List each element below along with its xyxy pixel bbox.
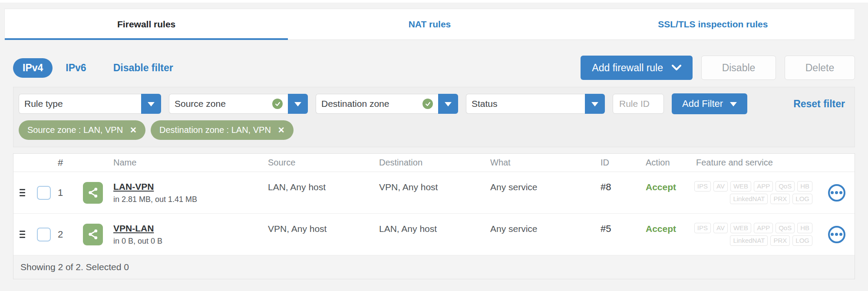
drag-handle-icon[interactable]	[20, 189, 25, 196]
destination-zone-dropdown-button[interactable]	[438, 94, 458, 114]
toolbar-actions: Add firewall rule Disable Delete	[581, 56, 855, 80]
header-action: Action	[644, 158, 696, 168]
tab-bar: Firewall rules NAT rules SSL/TLS inspect…	[4, 9, 855, 40]
badge-log: LOG	[792, 194, 812, 204]
rule-id-input[interactable]	[613, 94, 664, 114]
rule-source: LAN, Any host	[268, 182, 379, 192]
header-feature-and-service: Feature and service	[696, 158, 818, 168]
tab-ssl-tls-inspection-rules-label: SSL/TLS inspection rules	[658, 19, 768, 30]
badge-hb: HB	[797, 223, 812, 233]
more-actions-icon[interactable]	[828, 226, 845, 243]
chevron-down-icon	[730, 102, 737, 110]
share-icon	[83, 224, 103, 245]
rule-type-dropdown[interactable]: Rule type	[19, 94, 161, 114]
disable-button[interactable]: Disable	[701, 56, 776, 80]
badge-log: LOG	[792, 235, 812, 246]
rule-name-link[interactable]: VPN-LAN	[113, 223, 154, 234]
top-strip	[0, 0, 868, 3]
badge-app: APP	[754, 181, 773, 192]
status-label: Status	[472, 99, 498, 109]
chevron-down-icon	[672, 65, 681, 71]
badge-av: AV	[713, 223, 728, 233]
add-filter-button[interactable]: Add Filter	[672, 93, 747, 114]
rule-what: Any service	[490, 224, 597, 234]
row-number: 1	[57, 187, 83, 198]
drag-handle-icon[interactable]	[20, 231, 25, 238]
badge-qos: QoS	[776, 181, 795, 192]
badge-web: WEB	[730, 181, 751, 192]
rule-type-label: Rule type	[24, 99, 63, 109]
badge-app: APP	[754, 223, 773, 233]
destination-zone-field[interactable]: Destination zone	[316, 94, 438, 114]
filter-panel: Rule type Source zone Destination zone	[13, 87, 855, 147]
badge-ips: IPS	[694, 223, 711, 233]
badge-prx: PRX	[770, 235, 790, 246]
source-zone-field[interactable]: Source zone	[169, 94, 288, 114]
badge-av: AV	[713, 181, 728, 192]
tab-nat-rules-label: NAT rules	[409, 19, 451, 30]
source-zone-dropdown-button[interactable]	[288, 94, 308, 114]
badge-hb: HB	[797, 181, 812, 192]
active-filter-chips: Source zone : LAN, VPN ✕ Destination zon…	[13, 119, 855, 147]
rule-id: #5	[597, 223, 644, 235]
rule-id: #8	[597, 182, 644, 193]
header-id: ID	[597, 158, 644, 168]
ipv4-toggle[interactable]: IPv4	[13, 58, 53, 78]
tab-nat-rules[interactable]: NAT rules	[288, 9, 571, 40]
rule-type-field[interactable]: Rule type	[19, 94, 141, 114]
badge-prx: PRX	[770, 194, 790, 204]
chevron-down-icon	[445, 102, 452, 110]
firewall-rules-table: # Name Source Destination What ID Action…	[13, 153, 855, 279]
header-source: Source	[268, 158, 379, 168]
status-dropdown-button[interactable]	[585, 94, 605, 114]
showing-count-text: Showing 2 of 2. Selected 0	[20, 262, 129, 272]
table-header: # Name Source Destination What ID Action…	[13, 154, 855, 172]
filter-chip-label: Destination zone : LAN, VPN	[159, 125, 271, 135]
header-destination: Destination	[379, 158, 490, 168]
more-actions-icon[interactable]	[828, 184, 845, 202]
add-filter-label: Add Filter	[682, 98, 723, 109]
rule-type-dropdown-button[interactable]	[141, 94, 161, 114]
rule-source: VPN, Any host	[268, 224, 379, 234]
chevron-down-icon	[294, 102, 301, 110]
add-firewall-rule-button[interactable]: Add firewall rule	[581, 56, 693, 80]
tab-firewall-rules-label: Firewall rules	[117, 19, 175, 30]
tab-ssl-tls-inspection-rules[interactable]: SSL/TLS inspection rules	[571, 9, 855, 40]
toolbar: IPv4 IPv6 Disable filter Add firewall ru…	[13, 55, 855, 81]
remove-chip-icon[interactable]: ✕	[130, 126, 137, 134]
row-checkbox[interactable]	[37, 186, 51, 200]
header-what: What	[490, 158, 597, 168]
source-zone-label: Source zone	[175, 99, 226, 109]
rule-traffic: in 0 B, out 0 B	[113, 237, 268, 246]
remove-chip-icon[interactable]: ✕	[278, 126, 285, 134]
header-number: #	[57, 157, 83, 169]
tab-firewall-rules[interactable]: Firewall rules	[5, 9, 288, 40]
destination-zone-dropdown[interactable]: Destination zone	[316, 94, 458, 114]
delete-button[interactable]: Delete	[785, 56, 855, 80]
chevron-down-icon	[591, 102, 598, 110]
status-dropdown[interactable]: Status	[466, 94, 605, 114]
filter-chip-label: Source zone : LAN, VPN	[27, 125, 123, 135]
rule-destination: VPN, Any host	[379, 182, 490, 192]
rule-name-link[interactable]: LAN-VPN	[113, 182, 154, 192]
check-icon	[272, 99, 283, 109]
filter-chip-destination-zone: Destination zone : LAN, VPN ✕	[151, 120, 294, 140]
ipv6-toggle[interactable]: IPv6	[66, 62, 86, 74]
rule-action: Accept	[644, 224, 696, 234]
status-field[interactable]: Status	[466, 94, 585, 114]
rule-traffic: in 2.81 MB, out 1.41 MB	[113, 195, 268, 204]
reset-filter-link[interactable]: Reset filter	[793, 98, 848, 110]
disable-filter-link[interactable]: Disable filter	[113, 62, 173, 74]
destination-zone-label: Destination zone	[321, 99, 389, 109]
share-icon	[83, 182, 103, 204]
feature-badges: IPS AV WEB APP QoS HB LinkedNAT PRX LOG	[696, 181, 818, 204]
badge-linkednat: LinkedNAT	[730, 194, 768, 204]
table-footer: Showing 2 of 2. Selected 0	[13, 255, 855, 279]
filter-controls: Rule type Source zone Destination zone	[13, 87, 855, 119]
source-zone-dropdown[interactable]: Source zone	[169, 94, 308, 114]
filter-chip-source-zone: Source zone : LAN, VPN ✕	[19, 120, 145, 140]
badge-ips: IPS	[694, 181, 711, 192]
row-checkbox[interactable]	[37, 228, 51, 241]
add-firewall-rule-label: Add firewall rule	[592, 62, 663, 74]
badge-web: WEB	[730, 223, 751, 233]
